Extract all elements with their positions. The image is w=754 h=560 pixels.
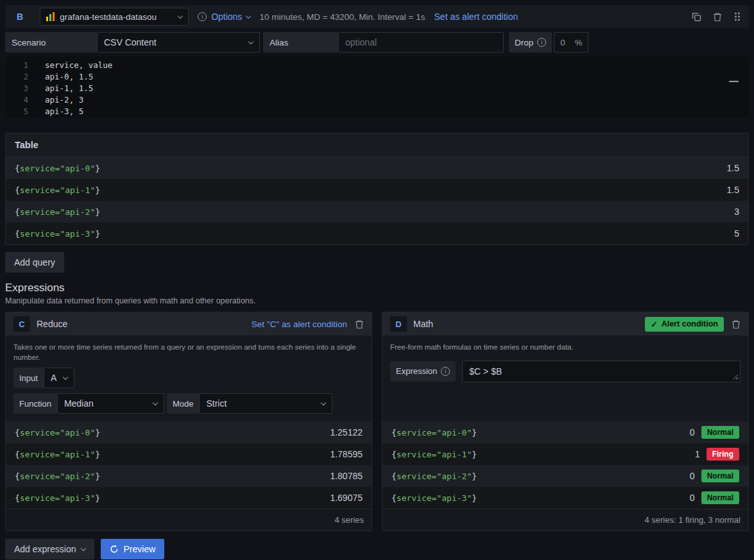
reduce-results: {service="api-0"} 1.25122 {service="api-… [6,421,372,509]
series-label: {service="api-0"} [391,428,477,437]
series-text: service="api-3" [20,229,95,239]
series-value: 1.5 [727,185,739,195]
result-row: {service="api-0"} 0 Normal [382,421,748,443]
brace-open: { [15,164,20,173]
brace-close: } [95,493,100,503]
expression-value: $C > $B [469,366,502,377]
chevron-down-icon [246,13,251,18]
query-options-toggle[interactable]: Options [198,12,250,22]
alias-label: Alias [263,32,338,53]
code-line: 3 api-1, 1.5 [5,83,749,94]
math-results: {service="api-0"} 0 Normal {service="api… [382,421,748,509]
reduce-function-row: Function Median Mode Strict [13,393,364,414]
result-row: {service="api-1"} 1.78595 [6,443,372,465]
result-row: {service="api-1"} 1 Firing [382,443,748,465]
expression-type-title: Math [413,319,433,329]
brace-open: { [15,450,20,459]
reduce-input-select[interactable]: A [44,368,74,388]
table-row: {service="api-0"} 1.5 [6,157,748,179]
series-label: {service="api-3"} [15,229,100,239]
drag-query-handle[interactable] [733,12,741,22]
code-line: 4 api-2, 3 [5,94,749,106]
testdata-datasource-icon [46,12,55,21]
line-number: 2 [5,71,45,83]
set-alert-condition-link[interactable]: Set as alert condition [434,12,518,22]
result-row: {service="api-0"} 1.25122 [6,421,372,443]
info-icon [198,12,207,21]
series-label: {service="api-3"} [391,493,477,503]
csv-content-editor[interactable]: 1 service, value 2 api-0, 1.5 3 api-1, 1… [5,56,749,117]
series-label: {service="api-0"} [15,164,100,173]
series-value: 0 [690,427,695,437]
set-c-alert-condition-link[interactable]: Set "C" as alert condition [252,319,347,329]
query-header-actions [692,12,741,22]
series-label: {service="api-2"} [391,471,477,481]
series-value: 1.80785 [330,471,363,481]
series-text: service="api-1" [20,450,95,459]
mode-selected-value: Strict [206,398,227,409]
brace-close: } [95,229,100,239]
brace-close: } [95,450,100,459]
add-expression-button[interactable]: Add expression [5,539,94,559]
alert-condition-badge-label: Alert condition [662,319,718,328]
series-label: {service="api-1"} [15,450,100,459]
series-label: {service="api-1"} [391,450,477,459]
brace-open: { [15,207,20,217]
drop-percent-field: % [554,32,588,53]
series-text: service="api-2" [20,471,95,481]
table-panel-title: Table [6,133,748,157]
series-text: service="api-0" [20,164,95,173]
delete-expression-button[interactable] [355,319,364,329]
add-expression-label: Add expression [14,544,76,554]
datasource-picker[interactable]: grafana-testdata-datasou [40,8,189,26]
delete-expression-button[interactable] [732,319,741,329]
drop-percent-input[interactable] [560,38,572,47]
reduce-series-count: 4 series [6,509,372,530]
table-preview-panel: Table {service="api-0"} 1.5 {service="ap… [5,133,749,245]
preview-label: Preview [124,544,156,554]
copy-icon [692,12,701,22]
series-label: {service="api-1"} [15,185,100,195]
table-row: {service="api-2"} 3 [6,201,748,223]
math-expression-card: D Math ✓ Alert condition Free-form math … [382,312,749,531]
series-text: service="api-1" [20,185,95,195]
scenario-select[interactable]: CSV Content [97,32,260,53]
code-text: api-3, 5 [45,106,83,117]
alert-condition-badge: ✓ Alert condition [645,317,724,332]
add-query-button[interactable]: Add query [5,252,64,273]
result-row: {service="api-2"} 0 Normal [382,465,748,487]
code-line: 5 api-3, 5 [5,106,749,117]
mode-select[interactable]: Strict [199,393,332,414]
series-value: 5 [734,228,739,239]
series-label: {service="api-2"} [15,207,100,217]
series-text: service="api-0" [397,428,472,437]
line-number: 3 [5,83,45,94]
alias-input[interactable] [338,32,504,53]
preview-button[interactable]: Preview [101,539,165,559]
series-value: 1.5 [727,163,739,173]
brace-open: { [391,471,397,481]
scenario-selected-value: CSV Content [104,37,157,47]
function-select[interactable]: Median [57,393,164,414]
brace-close: } [95,471,100,481]
trash-icon [355,319,364,329]
series-value: 1.69075 [330,493,363,503]
query-header: B grafana-testdata-datasou Options 10 mi… [5,5,749,28]
series-value: 0 [690,493,695,503]
reduce-input-row: Input A [13,368,364,388]
series-text: service="api-0" [20,428,95,437]
input-label: Input [13,368,44,388]
delete-query-button[interactable] [713,12,722,22]
code-line: 1 service, value [5,60,749,71]
brace-close: } [472,450,477,459]
duplicate-query-button[interactable] [692,12,701,22]
math-description: Free-form math formulas on time series o… [390,343,737,353]
scenario-label: Scenario [5,32,97,53]
alert-rule-query-editor: B grafana-testdata-datasou Options 10 mi… [0,0,754,560]
result-row: {service="api-3"} 1.69075 [6,487,372,509]
brace-open: { [15,428,20,437]
options-label: Options [211,12,242,22]
series-value: 3 [734,207,739,217]
chevron-down-icon [178,13,183,18]
math-expression-input[interactable]: $C > $B [462,361,741,382]
